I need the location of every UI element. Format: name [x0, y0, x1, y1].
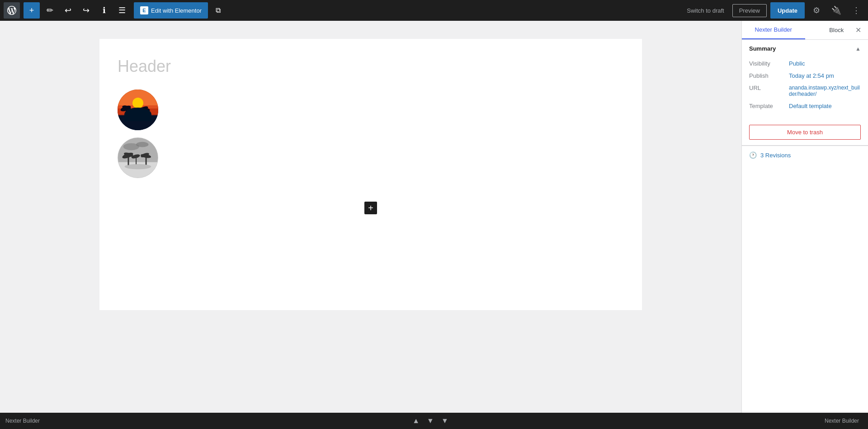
copy-icon: ⧉ — [216, 6, 221, 14]
gear-icon: ⚙ — [813, 5, 820, 15]
top-toolbar: + ✏ ↩ ↪ ℹ ☰ E Edit with Elementor ⧉ Swit… — [0, 0, 868, 21]
template-row: Template Default template — [749, 100, 861, 112]
url-row: URL ananda.instawp.xyz/next_builder/head… — [749, 82, 861, 100]
bottom-nav-expand-button[interactable]: ▼ — [439, 415, 451, 427]
visibility-row: Visibility Public — [749, 57, 861, 70]
template-label: Template — [749, 103, 785, 109]
publish-value[interactable]: Today at 2:54 pm — [789, 72, 834, 79]
add-block-toolbar-button[interactable]: + — [24, 2, 40, 19]
editor-area: Header — [0, 21, 741, 413]
edit-with-elementor-button[interactable]: E Edit with Elementor — [134, 2, 208, 19]
add-new-block-button[interactable]: + — [364, 202, 377, 214]
summary-title: Summary — [749, 45, 776, 52]
revisions-label: 3 Revisions — [760, 152, 791, 159]
bottom-nexter-builder-label: Nexter Builder — [5, 418, 40, 424]
switch-to-draft-button[interactable]: Switch to draft — [682, 5, 728, 17]
summary-rows: Visibility Public Publish Today at 2:54 … — [742, 57, 868, 119]
main-area: Header — [0, 21, 868, 413]
url-value[interactable]: ananda.instawp.xyz/next_builder/header/ — [789, 85, 861, 97]
add-icon: + — [29, 6, 34, 15]
summary-chevron-icon: ▲ — [855, 46, 861, 52]
svg-rect-6 — [118, 115, 158, 130]
svg-rect-12 — [145, 109, 146, 118]
toolbar-right: Switch to draft Preview Update ⚙ 🔌 ⋮ — [682, 2, 864, 19]
grayscale-circle-image[interactable] — [118, 137, 158, 178]
bottom-nav-up-button[interactable]: ▲ — [410, 415, 422, 427]
visibility-label: Visibility — [749, 60, 785, 67]
panel-body: Summary ▲ Visibility Public Publish Toda… — [742, 40, 868, 413]
summary-header[interactable]: Summary ▲ — [742, 40, 868, 57]
close-panel-button[interactable]: ✕ — [852, 24, 864, 37]
revisions-icon: 🕐 — [749, 151, 757, 159]
svg-rect-16 — [118, 138, 158, 162]
plugins-button[interactable]: 🔌 — [828, 2, 844, 19]
more-icon: ⋮ — [852, 5, 860, 15]
bottom-navigation: ▲ ▼ ▼ — [410, 415, 451, 427]
summary-section: Summary ▲ Visibility Public Publish Toda… — [742, 40, 868, 146]
editor-content: Header — [99, 39, 642, 310]
visibility-value[interactable]: Public — [789, 60, 805, 67]
redo-icon: ↪ — [83, 5, 90, 15]
elementor-icon: E — [140, 6, 148, 14]
svg-point-3 — [132, 98, 143, 108]
settings-button[interactable]: ⚙ — [808, 2, 825, 19]
svg-rect-10 — [133, 110, 134, 117]
sunset-circle-image[interactable] — [118, 90, 158, 130]
undo-icon: ↩ — [65, 5, 71, 15]
close-icon: ✕ — [855, 26, 861, 34]
plugins-icon: 🔌 — [831, 5, 841, 15]
page-title: Header — [118, 57, 624, 76]
publish-row: Publish Today at 2:54 pm — [749, 70, 861, 82]
wp-logo[interactable] — [4, 2, 20, 19]
right-panel: Nexter Builder Block ✕ Summary ▲ Visibil… — [741, 21, 868, 413]
url-label: URL — [749, 85, 785, 91]
pencil-icon: ✏ — [47, 5, 53, 15]
plus-icon: + — [368, 203, 373, 213]
image-block-2[interactable] — [118, 137, 624, 178]
list-view-button[interactable]: ☰ — [114, 2, 130, 19]
copy-button[interactable]: ⧉ — [210, 2, 226, 19]
list-icon: ☰ — [118, 5, 126, 15]
update-button[interactable]: Update — [770, 2, 805, 19]
bottom-bar: Nexter Builder ▲ ▼ ▼ Nexter Builder — [0, 413, 868, 429]
image-block-1[interactable] — [118, 90, 624, 130]
svg-point-28 — [125, 164, 151, 170]
tools-button[interactable]: ✏ — [42, 2, 58, 19]
move-to-trash-button[interactable]: Move to trash — [749, 125, 861, 140]
bottom-breadcrumb: Nexter Builder — [821, 416, 863, 426]
details-button[interactable]: ℹ — [96, 2, 112, 19]
template-value[interactable]: Default template — [789, 103, 832, 109]
preview-button[interactable]: Preview — [732, 4, 767, 17]
info-icon: ℹ — [103, 5, 106, 15]
undo-button[interactable]: ↩ — [60, 2, 76, 19]
publish-label: Publish — [749, 72, 785, 79]
tab-nexter-builder[interactable]: Nexter Builder — [742, 21, 805, 39]
more-options-button[interactable]: ⋮ — [848, 2, 864, 19]
bottom-nav-down-button[interactable]: ▼ — [424, 415, 437, 427]
redo-button[interactable]: ↪ — [78, 2, 94, 19]
panel-tabs: Nexter Builder Block ✕ — [742, 21, 868, 40]
svg-point-19 — [136, 142, 148, 147]
revisions-row[interactable]: 🕐 3 Revisions — [742, 146, 868, 164]
